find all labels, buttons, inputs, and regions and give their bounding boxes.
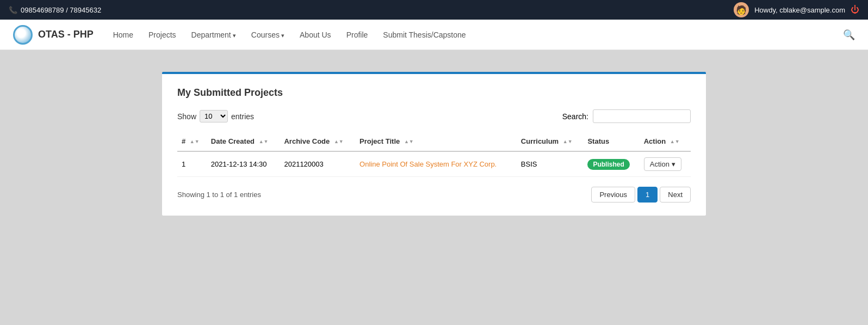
col-date: Date Created ▲▼	[207, 132, 280, 151]
col-action: Action ▲▼	[640, 132, 691, 151]
sort-title-icon[interactable]: ▲▼	[404, 139, 414, 144]
pagination: Previous 1 Next	[591, 187, 691, 203]
greeting-text: Howdy, cblake@sample.com	[754, 6, 845, 14]
brand-logo	[13, 25, 33, 45]
search-icon[interactable]: 🔍	[843, 29, 855, 41]
power-icon[interactable]: ⏻	[851, 5, 859, 15]
nav-about[interactable]: About Us	[293, 26, 338, 44]
navbar: OTAS - PHP Home Projects Department Cour…	[0, 20, 868, 50]
showing-text: Showing 1 to 1 of 1 entries	[177, 191, 261, 199]
status-badge: Published	[587, 159, 629, 170]
col-status: Status	[583, 132, 639, 151]
action-label: Action	[650, 160, 669, 168]
col-archive: Archive Code ▲▼	[280, 132, 355, 151]
cell-status: Published	[583, 151, 639, 177]
next-button[interactable]: Next	[660, 187, 691, 203]
cell-num: 1	[177, 151, 207, 177]
sort-curriculum-icon[interactable]: ▲▼	[563, 139, 573, 144]
main-container: My Submitted Projects Show 10 25 50 100 …	[162, 72, 706, 216]
action-button[interactable]: Action ▾	[644, 157, 681, 171]
search-label: Search:	[562, 112, 588, 121]
nav-department[interactable]: Department	[185, 26, 243, 44]
topbar: 📞 09854698789 / 78945632 🧑 Howdy, cblake…	[0, 0, 868, 20]
nav-submit[interactable]: Submit Thesis/Capstone	[376, 26, 472, 44]
show-label: Show	[177, 112, 196, 121]
brand-logo-link[interactable]: OTAS - PHP	[13, 25, 94, 45]
table-footer: Showing 1 to 1 of 1 entries Previous 1 N…	[177, 187, 691, 203]
nav-courses[interactable]: Courses	[245, 26, 291, 44]
search-input[interactable]	[593, 109, 691, 123]
nav-profile[interactable]: Profile	[340, 26, 375, 44]
projects-table: # ▲▼ Date Created ▲▼ Archive Code ▲▼ Pro…	[177, 132, 691, 177]
cell-date: 2021-12-13 14:30	[207, 151, 280, 177]
cell-curriculum: BSIS	[517, 151, 584, 177]
page-title: My Submitted Projects	[177, 87, 691, 99]
topbar-phone: 📞 09854698789 / 78945632	[9, 6, 101, 14]
nav-home[interactable]: Home	[107, 26, 140, 44]
project-title-link[interactable]: Online Point Of Sale System For XYZ Corp…	[359, 160, 497, 168]
col-num: # ▲▼	[177, 132, 207, 151]
brand-name: OTAS - PHP	[38, 29, 94, 40]
previous-button[interactable]: Previous	[591, 187, 635, 203]
nav-links: Home Projects Department Courses About U…	[107, 26, 843, 44]
phone-number: 09854698789 / 78945632	[21, 6, 101, 14]
table-row: 1 2021-12-13 14:30 2021120003 Online Poi…	[177, 151, 691, 177]
entries-label: entries	[231, 112, 254, 121]
avatar: 🧑	[734, 2, 749, 17]
cell-title: Online Point Of Sale System For XYZ Corp…	[355, 151, 517, 177]
nav-projects[interactable]: Projects	[142, 26, 183, 44]
sort-num-icon[interactable]: ▲▼	[190, 139, 200, 144]
sort-action-icon[interactable]: ▲▼	[670, 139, 680, 144]
show-entries: Show 10 25 50 100 entries	[177, 110, 254, 122]
phone-icon: 📞	[9, 6, 17, 14]
search-box: Search:	[562, 109, 691, 123]
entries-select[interactable]: 10 25 50 100	[200, 110, 228, 122]
sort-archive-icon[interactable]: ▲▼	[334, 139, 344, 144]
col-curriculum: Curriculum ▲▼	[517, 132, 584, 151]
cell-action: Action ▾	[640, 151, 691, 177]
cell-archive: 2021120003	[280, 151, 355, 177]
topbar-user: 🧑 Howdy, cblake@sample.com ⏻	[734, 2, 859, 17]
action-dropdown-icon: ▾	[672, 160, 675, 168]
table-controls: Show 10 25 50 100 entries Search:	[177, 109, 691, 123]
main-background: My Submitted Projects Show 10 25 50 100 …	[0, 50, 868, 325]
sort-date-icon[interactable]: ▲▼	[259, 139, 269, 144]
page-1-button[interactable]: 1	[637, 187, 658, 203]
table-header-row: # ▲▼ Date Created ▲▼ Archive Code ▲▼ Pro…	[177, 132, 691, 151]
col-title: Project Title ▲▼	[355, 132, 517, 151]
